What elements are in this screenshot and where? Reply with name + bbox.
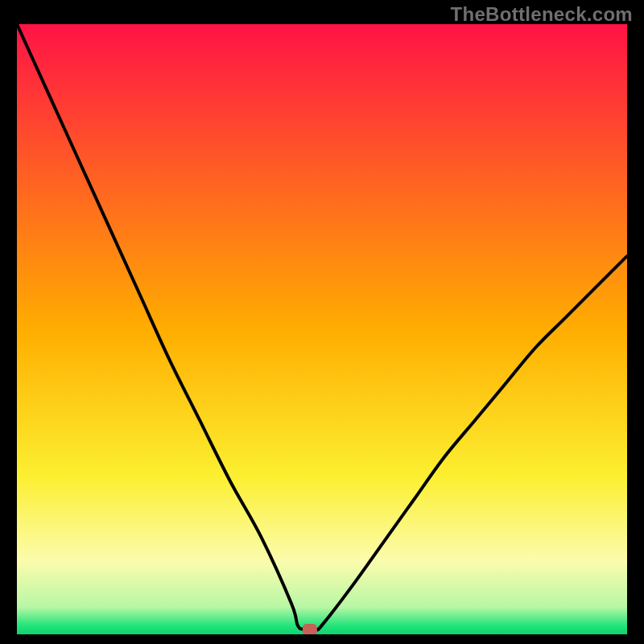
chart-frame: TheBottleneck.com (0, 0, 644, 644)
optimal-point-marker (303, 624, 317, 634)
watermark-label: TheBottleneck.com (451, 3, 633, 26)
gradient-background (17, 24, 627, 634)
bottleneck-chart (17, 24, 627, 634)
plot-area (17, 24, 627, 634)
